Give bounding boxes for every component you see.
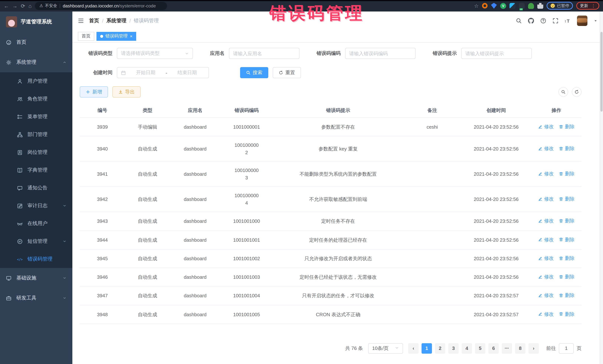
page-button-4[interactable]: 4 — [462, 343, 472, 354]
delete-link[interactable]: 删除 — [559, 310, 575, 318]
msg-input[interactable] — [465, 51, 528, 56]
edit-link[interactable]: 修改 — [538, 170, 554, 177]
extension-icon[interactable] — [519, 3, 525, 9]
delete-link[interactable]: 删除 — [559, 170, 575, 177]
refresh-table-icon[interactable] — [572, 87, 581, 97]
bookmark-star-icon[interactable]: ☆ — [474, 3, 479, 8]
search-button[interactable]: 搜索 — [240, 67, 268, 78]
tag-active[interactable]: 错误码管理× — [96, 32, 136, 41]
delete-link[interactable]: 删除 — [559, 196, 575, 203]
edit-link[interactable]: 修改 — [538, 292, 554, 299]
delete-link[interactable]: 删除 — [559, 273, 575, 280]
edit-link[interactable]: 修改 — [538, 145, 554, 152]
delete-link[interactable]: 删除 — [559, 123, 575, 130]
app-input[interactable] — [233, 51, 295, 56]
sidebar-item-online[interactable]: 在线用户 — [0, 215, 72, 232]
extension-icon[interactable] — [510, 3, 515, 9]
extension-icon[interactable] — [537, 3, 543, 9]
page-scrollbar — [600, 11, 603, 364]
add-button[interactable]: 新增 — [80, 86, 108, 98]
url-bar[interactable]: ⚠不安全 dashboard.yudao.iocoder.cn/system/e… — [35, 2, 167, 10]
delete-link[interactable]: 删除 — [559, 292, 575, 299]
reset-button[interactable]: 重置 — [273, 67, 301, 78]
kebab-menu-icon[interactable]: ⋮ — [591, 3, 596, 8]
breadcrumb-home[interactable]: 首页 — [89, 17, 99, 24]
extension-icon[interactable] — [491, 3, 497, 9]
delete-icon — [559, 219, 564, 223]
filter-code: 错误码编码 — [316, 48, 416, 59]
date-start-placeholder: 开始日期 — [128, 69, 163, 76]
sidebar-item-errorcode[interactable]: </>错误码管理 — [0, 250, 72, 268]
scrollbar-thumb[interactable] — [600, 32, 603, 111]
sidebar-item-dashboard[interactable]: 首页 — [0, 32, 72, 52]
sidebar-item-roles[interactable]: 角色管理 — [0, 90, 72, 108]
delete-link[interactable]: 删除 — [559, 217, 575, 225]
edit-link[interactable]: 修改 — [538, 236, 554, 243]
page-button-8[interactable]: 8 — [515, 343, 525, 354]
edit-link[interactable]: 修改 — [538, 123, 554, 130]
hamburger-icon[interactable] — [78, 18, 84, 24]
page-button-5[interactable]: 5 — [475, 343, 485, 354]
page-button-3[interactable]: 3 — [448, 343, 459, 354]
menu-icon — [17, 114, 23, 120]
profile-paused-pill[interactable]: 已暂停 — [547, 2, 573, 10]
log-icon — [17, 203, 23, 209]
edit-link[interactable]: 修改 — [538, 273, 554, 280]
avatar[interactable] — [577, 16, 587, 26]
toggle-search-icon[interactable] — [558, 87, 568, 97]
sidebar-item-dict[interactable]: 字典管理 — [0, 161, 72, 179]
delete-link[interactable]: 删除 — [559, 145, 575, 152]
chevron-down-icon[interactable] — [594, 19, 597, 22]
delete-link[interactable]: 删除 — [559, 236, 575, 243]
type-select[interactable]: 请选择错误码类型 — [117, 48, 193, 59]
cell-id: 3940 — [80, 136, 125, 162]
edit-link[interactable]: 修改 — [538, 255, 554, 262]
search-icon[interactable] — [516, 18, 522, 24]
edit-link[interactable]: 修改 — [538, 217, 554, 225]
tag-item[interactable]: 首页 — [78, 32, 94, 41]
close-icon[interactable]: × — [130, 34, 132, 38]
sidebar-item-notice[interactable]: 通知公告 — [0, 179, 72, 197]
sidebar-item-infra[interactable]: 基础设施 — [0, 268, 72, 288]
sidebar-item-sms[interactable]: 短信管理 — [0, 232, 72, 250]
app-logo[interactable]: 芋道管理系统 — [0, 11, 72, 32]
home-icon[interactable]: ⌂ — [28, 3, 32, 8]
prev-page-button[interactable]: ‹ — [408, 343, 418, 354]
not-secure-badge[interactable]: ⚠不安全 — [39, 3, 57, 9]
extension-icon[interactable] — [482, 3, 487, 9]
date-range-picker[interactable]: 开始日期 - 结束日期 — [117, 67, 209, 78]
sidebar-item-log[interactable]: 审计日志 — [0, 197, 72, 215]
browser-update-button[interactable]: 更新 ⋮ — [576, 2, 599, 10]
edit-link[interactable]: 修改 — [538, 310, 554, 318]
cell-remark — [403, 287, 461, 305]
reload-icon[interactable]: ⟳ — [21, 3, 25, 8]
page-size-select[interactable]: 10条/页 — [368, 343, 403, 354]
next-page-button[interactable]: › — [528, 343, 539, 354]
back-icon[interactable]: ← — [4, 3, 9, 8]
delete-link[interactable]: 删除 — [559, 255, 575, 262]
fullscreen-icon[interactable] — [553, 18, 558, 24]
breadcrumb-system[interactable]: 系统管理 — [106, 17, 127, 24]
sidebar-item-label: 错误码管理 — [27, 256, 53, 263]
tag-label: 首页 — [82, 33, 91, 39]
page-button-2[interactable]: 2 — [435, 343, 445, 354]
export-button[interactable]: 导出 — [112, 86, 141, 98]
sidebar-item-post[interactable]: 岗位管理 — [0, 143, 72, 161]
forward-icon[interactable]: → — [12, 3, 17, 8]
sidebar-item-user[interactable]: 用户管理 — [0, 72, 72, 90]
sidebar-item-system[interactable]: 系统管理 — [0, 52, 72, 72]
font-size-icon[interactable]: tT — [565, 18, 571, 24]
page-button-1[interactable]: 1 — [422, 343, 432, 354]
goto-page-input[interactable] — [559, 343, 574, 354]
sidebar-item-dept[interactable]: 部门管理 — [0, 126, 72, 143]
page-button-6[interactable]: 6 — [488, 343, 499, 354]
extension-icon[interactable] — [528, 3, 534, 9]
edit-link[interactable]: 修改 — [538, 196, 554, 203]
more-pages-icon[interactable]: ••• — [502, 343, 512, 354]
help-icon[interactable] — [540, 18, 546, 24]
github-icon[interactable] — [528, 18, 534, 24]
sidebar-item-devtools[interactable]: 研发工具 — [0, 288, 72, 308]
sidebar-item-menu[interactable]: 菜单管理 — [0, 108, 72, 126]
code-input[interactable] — [349, 51, 412, 56]
extension-icon[interactable]: V — [500, 3, 506, 9]
